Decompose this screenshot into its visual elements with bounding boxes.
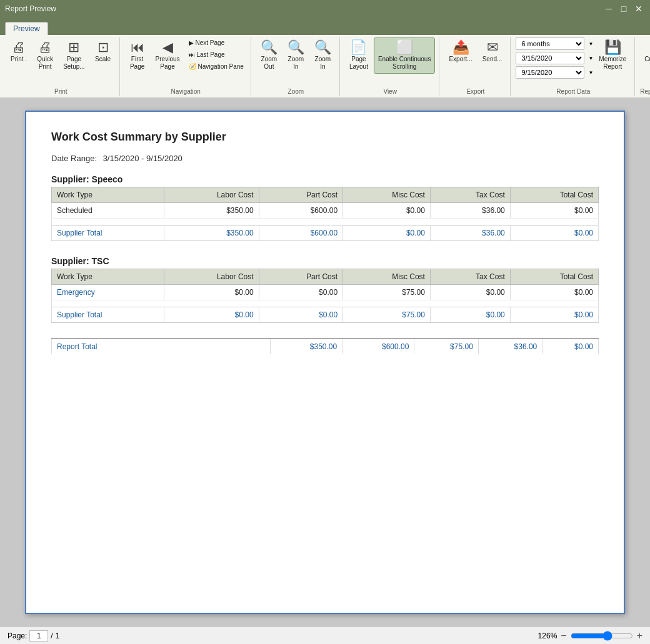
page-setup-button[interactable]: ⊞ Page Setup... [59, 37, 89, 74]
nav-pane-button[interactable]: 🧭 Navigation Pane [186, 61, 247, 72]
period-row: 6 months ▼ [516, 37, 593, 50]
supplier-section-tsc: Supplier: TSC Work Type Labor Cost Part … [51, 256, 599, 323]
first-page-button[interactable]: ⏮ First Page [125, 37, 150, 74]
zoom-out-label: Zoom Out [261, 56, 278, 71]
report-actions-group-items: 🔧 Customize Report [640, 37, 650, 87]
last-page-button[interactable]: ⏭ Last Page [186, 49, 247, 60]
speeco-header-row: Work Type Labor Cost Part Cost Misc Cost… [52, 187, 599, 203]
col-part-cost: Part Cost [259, 187, 343, 203]
report-data-controls: 6 months ▼ 3/15/2020 ▼ 9/15/2020 [516, 37, 593, 79]
last-page-icon: ⏭ [189, 51, 195, 58]
zoom-100-icon: 🔍 [288, 41, 304, 54]
supplier-total-misc: $0.00 [343, 225, 431, 241]
report-canvas: Work Cost Summary by Supplier Date Range… [0, 98, 650, 627]
col-work-type: Work Type [52, 187, 164, 203]
start-date-select[interactable]: 3/15/2020 [516, 52, 584, 64]
date-range-value: 3/15/2020 - 9/15/2020 [103, 154, 182, 163]
date-range-label: Date Range: [51, 154, 97, 163]
report-actions-group-label: Report Actions [640, 87, 650, 95]
minimize-button[interactable]: ─ [602, 2, 615, 15]
labor-cost-cell: $350.00 [164, 203, 259, 219]
report-total-misc: $75.00 [414, 339, 478, 354]
quick-print-icon: 🖨 [38, 41, 52, 54]
print-icon: 🖨 [12, 41, 26, 54]
report-page: Work Cost Summary by Supplier Date Range… [25, 111, 625, 614]
report-title: Work Cost Summary by Supplier [51, 131, 599, 144]
supplier-total-part: $600.00 [259, 225, 343, 241]
export-label: Export... [449, 56, 472, 63]
zoom-out-button[interactable]: 🔍 Zoom Out [256, 37, 282, 74]
zoom-slider[interactable] [571, 631, 633, 641]
start-date-dropdown-arrow: ▼ [588, 56, 593, 61]
tab-preview[interactable]: Preview [5, 22, 48, 35]
ribbon-group-print: 🖨 Print . 🖨 Quick Print ⊞ Page Setup... … [2, 37, 120, 96]
view-group-items: 📄 Page Layout ⬜ Enable Continuous Scroll… [345, 37, 436, 87]
tsc-header-row: Work Type Labor Cost Part Cost Misc Cost… [52, 269, 599, 285]
zoom-in-status-button[interactable]: + [637, 630, 642, 642]
zoom-100-label: Zoom In [288, 56, 304, 71]
col-tax-cost: Tax Cost [430, 187, 510, 203]
page-layout-button[interactable]: 📄 Page Layout [345, 37, 372, 74]
period-select[interactable]: 6 months [516, 37, 584, 50]
ribbon-group-export: 📤 Export... ✉ Send... Export [441, 37, 511, 96]
supplier-total-labor: $350.00 [164, 225, 259, 241]
misc-cost-cell: $0.00 [343, 203, 431, 219]
col-misc-cost: Misc Cost [343, 187, 431, 203]
close-button[interactable]: ✕ [632, 2, 645, 15]
supplier-table-tsc: Work Type Labor Cost Part Cost Misc Cost… [51, 269, 599, 323]
zoom-control: 126% − + [538, 630, 642, 642]
col-total-cost: Total Cost [510, 187, 598, 203]
zoom-out-status-button[interactable]: − [561, 630, 566, 642]
prev-page-icon: ◀ [162, 41, 173, 54]
labor-cost-cell-emergency: $0.00 [164, 285, 259, 300]
next-page-button[interactable]: ▶ Next Page [186, 37, 247, 48]
supplier-total-tax: $36.00 [430, 225, 510, 241]
quick-print-button[interactable]: 🖨 Quick Print [32, 37, 58, 74]
memorize-report-button[interactable]: 💾 Memorize Report [594, 37, 631, 74]
zoom-group-label: Zoom [256, 87, 336, 95]
tsc-total-label: Supplier Total [52, 307, 164, 323]
scale-icon: ⊡ [98, 41, 109, 54]
supplier-heading-tsc: Supplier: TSC [51, 256, 599, 266]
nav-pane-label: Navigation Pane [198, 63, 244, 70]
send-icon: ✉ [487, 41, 498, 54]
navigation-group-items: ⏮ First Page ◀ Previous Page ▶ Next Page… [125, 37, 247, 87]
end-date-select[interactable]: 9/15/2020 [516, 66, 584, 79]
customize-report-button[interactable]: 🔧 Customize Report [640, 37, 650, 74]
report-total-tax: $36.00 [478, 339, 542, 354]
ribbon-group-zoom: 🔍 Zoom Out 🔍 Zoom In 🔍 Zoom In Zoom [252, 37, 340, 96]
ribbon-tab-bar: Preview [0, 17, 650, 35]
total-cost-cell-emergency: $0.00 [510, 285, 598, 300]
page-label: Page: [8, 632, 27, 640]
prev-page-button[interactable]: ◀ Previous Page [151, 37, 184, 74]
tsc-total-labor: $0.00 [164, 307, 259, 323]
end-date-row: 9/15/2020 ▼ [516, 66, 593, 79]
ribbon-group-view: 📄 Page Layout ⬜ Enable Continuous Scroll… [341, 37, 440, 96]
current-page-input[interactable] [29, 630, 48, 642]
print-button[interactable]: 🖨 Print . [6, 37, 31, 66]
col-labor-cost-tsc: Labor Cost [164, 269, 259, 285]
report-total-table: Report Total $350.00 $600.00 $75.00 $36.… [51, 338, 599, 354]
maximize-button[interactable]: □ [618, 2, 630, 15]
zoom-in-button[interactable]: 🔍 Zoom In [310, 37, 336, 74]
continuous-scroll-button[interactable]: ⬜ Enable Continuous Scrolling [374, 37, 436, 74]
zoom-100-button[interactable]: 🔍 Zoom In [283, 37, 309, 74]
send-label: Send... [482, 56, 502, 63]
total-pages: 1 [56, 632, 60, 640]
export-group-label: Export [444, 87, 506, 95]
scale-button[interactable]: ⊡ Scale [91, 37, 116, 66]
main-area: Work Cost Summary by Supplier Date Range… [0, 98, 650, 627]
work-type-cell-emergency: Emergency [52, 285, 164, 300]
print-group-label: Print [6, 87, 116, 95]
supplier-section-speeco: Supplier: Speeco Work Type Labor Cost Pa… [51, 174, 599, 241]
print-group-items: 🖨 Print . 🖨 Quick Print ⊞ Page Setup... … [6, 37, 116, 87]
send-button[interactable]: ✉ Send... [478, 37, 507, 66]
ribbon-group-report-actions: 🔧 Customize Report Report Actions [636, 37, 650, 96]
first-page-icon: ⏮ [131, 41, 144, 54]
page-layout-icon: 📄 [350, 41, 367, 54]
print-label: Print . [11, 56, 27, 63]
supplier-total-label: Supplier Total [52, 225, 164, 241]
report-total-row: Report Total $350.00 $600.00 $75.00 $36.… [52, 339, 599, 354]
export-button[interactable]: 📤 Export... [444, 37, 476, 66]
tsc-total-total: $0.00 [510, 307, 598, 323]
